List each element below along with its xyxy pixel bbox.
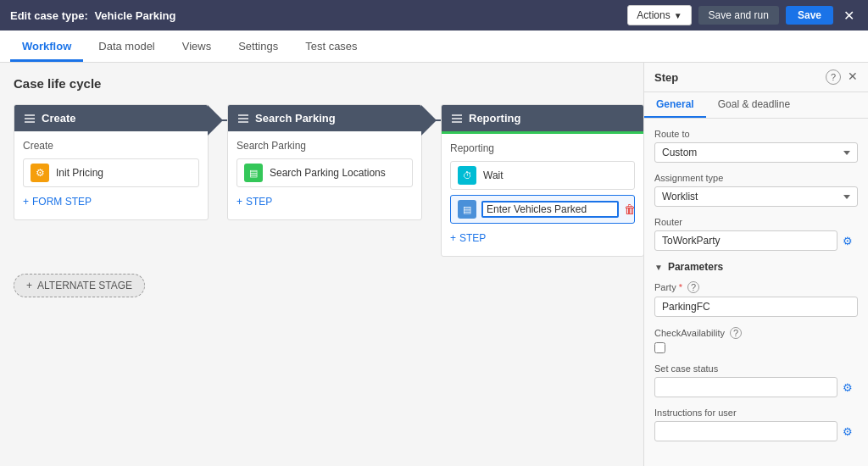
set-case-status-input[interactable] (654, 377, 837, 397)
stage-body-reporting: Reporting ⏱ Wait ▤ 🗑 + STEP (442, 134, 643, 256)
field-set-case-status: Set case status ⚙ (654, 363, 858, 397)
set-case-status-icon[interactable]: ⚙ (837, 377, 858, 397)
save-and-run-button[interactable]: Save and run (698, 6, 779, 25)
step-wait[interactable]: ⏱ Wait (450, 161, 635, 190)
step-search-parking-locations[interactable]: ▤ Search Parking Locations (236, 158, 413, 187)
router-input[interactable] (654, 230, 837, 251)
add-step-label-3: STEP (459, 232, 486, 244)
check-availability-help-icon[interactable]: ? (730, 327, 742, 339)
check-availability-row (654, 342, 858, 353)
stage-header-reporting: Reporting (442, 105, 643, 134)
add-form-step-label: FORM STEP (32, 196, 92, 208)
workflow-area: Case life cycle Create Create ⚙ Init Pri… (0, 63, 643, 466)
instructions-label: Instructions for user (654, 408, 858, 418)
tab-test-cases[interactable]: Test cases (293, 33, 369, 62)
panel-tab-goal-deadline[interactable]: Goal & deadline (706, 92, 802, 118)
panel-tabs: General Goal & deadline (644, 92, 868, 119)
assignment-type-label: Assignment type (654, 173, 858, 183)
workflow-title: Case life cycle (14, 76, 630, 91)
stage-reporting: Reporting Reporting ⏱ Wait ▤ 🗑 + (441, 104, 643, 257)
party-label: Party * ? (654, 281, 858, 293)
tab-views[interactable]: Views (170, 33, 223, 62)
instructions-wrapper: ⚙ (654, 421, 858, 441)
stages-wrapper: Create Create ⚙ Init Pricing + FORM STEP (14, 104, 630, 257)
instructions-input[interactable] (654, 421, 837, 441)
parameters-chevron: ▼ (654, 263, 663, 272)
stage-header-create: Create (14, 105, 208, 131)
tab-settings[interactable]: Settings (226, 33, 290, 62)
stage-title-create: Create (42, 112, 75, 125)
main-content: Case life cycle Create Create ⚙ Init Pri… (0, 63, 868, 466)
parameters-label: Parameters (668, 261, 723, 273)
header-title: Edit case type: Vehicle Parking (10, 9, 176, 22)
router-input-wrapper: ⚙ (654, 230, 858, 251)
step-icon-search-parking: ▤ (244, 164, 263, 182)
panel-close-icon[interactable]: ✕ (848, 69, 858, 85)
chevron-down-icon: ▼ (674, 11, 682, 20)
party-help-icon[interactable]: ? (687, 281, 699, 293)
step-enter-vehicles-parked[interactable]: ▤ 🗑 (450, 195, 635, 224)
step-label-wait: Wait (483, 169, 627, 181)
alternate-stage-button[interactable]: + ALTERNATE STAGE (14, 274, 145, 297)
instructions-icon[interactable]: ⚙ (837, 421, 858, 441)
assignment-type-select[interactable]: Worklist Auto None (654, 186, 858, 207)
help-icon[interactable]: ? (826, 69, 841, 85)
tab-workflow[interactable]: Workflow (10, 33, 83, 62)
step-init-pricing[interactable]: ⚙ Init Pricing (23, 158, 199, 187)
set-case-status-label: Set case status (654, 363, 858, 374)
required-star: * (679, 282, 682, 292)
drag-icon (25, 114, 35, 123)
add-form-step-create[interactable]: + FORM STEP (23, 192, 199, 211)
drag-icon-3 (452, 114, 462, 123)
plus-icon-2: + (236, 196, 242, 208)
save-button[interactable]: Save (786, 6, 833, 25)
field-router: Router ⚙ (654, 217, 858, 251)
right-panel: Step ? ✕ General Goal & deadline Route t… (643, 63, 868, 466)
stage-title-search-parking: Search Parking (255, 112, 336, 125)
panel-header-icons: ? ✕ (826, 69, 858, 85)
router-settings-icon[interactable]: ⚙ (837, 230, 858, 251)
stage-create: Create Create ⚙ Init Pricing + FORM STEP (14, 104, 209, 220)
step-label-search-parking: Search Parking Locations (270, 167, 405, 179)
actions-label: Actions (637, 9, 670, 21)
set-case-status-wrapper: ⚙ (654, 377, 858, 397)
plus-icon-alt: + (26, 280, 32, 291)
party-input[interactable] (654, 297, 858, 317)
step-icon-wait: ⏱ (458, 166, 476, 185)
add-step-search-parking[interactable]: + STEP (236, 192, 413, 211)
step-label-init-pricing: Init Pricing (56, 167, 192, 179)
tab-data-model[interactable]: Data model (86, 33, 166, 62)
panel-tab-general[interactable]: General (644, 92, 706, 118)
delete-step-icon[interactable]: 🗑 (624, 202, 636, 216)
stage-title-reporting: Reporting (469, 112, 520, 125)
step-icon-init-pricing: ⚙ (31, 164, 49, 182)
check-availability-checkbox[interactable] (654, 342, 665, 353)
tab-bar: Workflow Data model Views Settings Test … (0, 31, 868, 63)
actions-button[interactable]: Actions ▼ (627, 5, 691, 25)
drag-icon-2 (238, 114, 248, 123)
stage-subtitle-reporting: Reporting (450, 142, 635, 154)
field-assignment-type: Assignment type Worklist Auto None (654, 173, 858, 207)
alt-stage-label: ALTERNATE STAGE (37, 280, 132, 291)
route-to-select[interactable]: Custom Next stage Previous stage (654, 142, 858, 163)
plus-icon: + (23, 196, 29, 208)
router-label: Router (654, 217, 858, 227)
header-prefix: Edit case type: (10, 9, 88, 22)
stage-body-create: Create ⚙ Init Pricing + FORM STEP (14, 131, 208, 219)
step-label-enter-vehicles[interactable] (481, 201, 619, 218)
panel-title: Step (654, 71, 678, 84)
header-actions: Actions ▼ Save and run Save ✕ (627, 5, 858, 25)
close-button[interactable]: ✕ (840, 8, 858, 24)
add-step-label-2: STEP (246, 196, 272, 208)
parameters-section-title: ▼ Parameters (654, 261, 858, 273)
route-to-label: Route to (654, 129, 858, 139)
stage-subtitle-search-parking: Search Parking (236, 140, 413, 152)
stage-subtitle-create: Create (23, 140, 199, 152)
add-step-reporting[interactable]: + STEP (450, 229, 635, 247)
field-route-to: Route to Custom Next stage Previous stag… (654, 129, 858, 163)
stage-header-search-parking: Search Parking (228, 105, 421, 131)
check-availability-label: CheckAvailability ? (654, 327, 858, 339)
plus-icon-3: + (450, 232, 456, 244)
panel-header: Step ? ✕ (644, 63, 868, 92)
header: Edit case type: Vehicle Parking Actions … (0, 0, 868, 31)
